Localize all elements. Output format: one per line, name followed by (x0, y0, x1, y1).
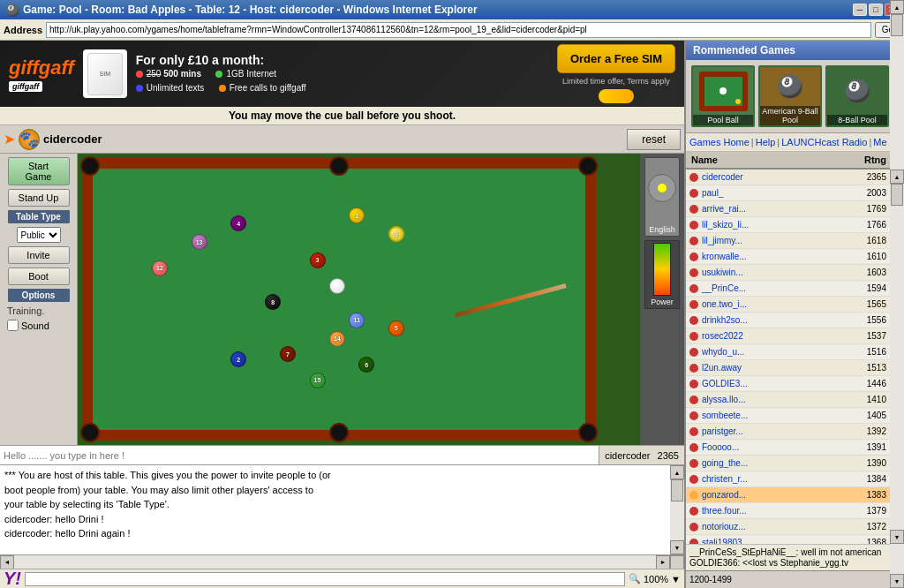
chat-area: cidercoder 2365 ▲ ▼ *** (0, 445, 684, 569)
lb-player-name[interactable]: alyssa.llo... (698, 395, 846, 404)
chat-rating: 2365 (658, 450, 679, 461)
table-row[interactable]: arrive_rai... 1769 (686, 201, 904, 217)
nav-me[interactable]: Me (873, 137, 886, 147)
boot-button[interactable]: Boot (8, 268, 70, 285)
lb-player-name[interactable]: drinkh2so... (698, 315, 846, 325)
table-row[interactable]: rosec2022 1537 (686, 328, 904, 344)
table-row[interactable]: one.two_i... 1565 (686, 297, 904, 313)
lb-scrollbar[interactable]: ▲ ▼ (890, 170, 904, 544)
table-row[interactable]: paul_ 2003 (686, 185, 904, 201)
reset-button[interactable]: reset (627, 129, 681, 150)
lb-scroll-down[interactable]: ▼ (890, 530, 904, 544)
table-row[interactable]: __PrinCe... 1594 (686, 281, 904, 297)
table-row[interactable]: sombeete... 1405 (686, 408, 904, 424)
chat-msg-scroll-thumb[interactable] (671, 479, 683, 501)
table-type-select[interactable]: Public Private Friends (17, 227, 61, 243)
pocket-bottom-right (578, 423, 598, 442)
table-row[interactable]: three.four... 1379 (686, 503, 904, 519)
lb-player-name[interactable]: GOLDIE3... (698, 379, 846, 388)
table-row[interactable]: lil_skizo_li... 1766 (686, 217, 904, 233)
power-bar-container[interactable]: Power (644, 240, 680, 309)
game-thumb-9ball[interactable]: 🎱 American 9-Ball Pool (758, 65, 822, 127)
table-row[interactable]: alyssa.llo... 1410 (686, 392, 904, 408)
table-row[interactable]: Fooooo... 1391 (686, 440, 904, 456)
start-game-button[interactable]: Start Game (8, 157, 70, 185)
chat-vertical-scrollbar[interactable]: ▲ ▼ (670, 465, 684, 554)
right-panel: Rommended Games Pool Ball 🎱 American 9-B… (684, 41, 904, 588)
table-row[interactable]: gonzarod... 1383 (686, 487, 904, 503)
ad-order-button[interactable]: Order a Free SIM (557, 44, 675, 73)
chat-scroll-down[interactable]: ▼ (890, 574, 904, 588)
lb-player-name[interactable]: cidercoder (698, 172, 846, 182)
nav-games-home[interactable]: Games Home (689, 137, 750, 147)
invite-button[interactable]: Invite (8, 246, 70, 264)
lb-dot (689, 507, 698, 516)
minimize-button[interactable]: ─ (853, 4, 867, 16)
scroll-left-btn[interactable]: ◄ (0, 555, 14, 569)
table-row[interactable]: l2un.away 1513 (686, 360, 904, 376)
lb-player-name[interactable]: one.two_i... (698, 299, 846, 309)
lb-player-name[interactable]: __PrinCe... (698, 283, 846, 293)
lb-scroll-up[interactable]: ▲ (890, 170, 904, 184)
ball-cue (329, 278, 345, 294)
nav-help[interactable]: Help (756, 137, 776, 147)
lb-player-name[interactable]: paul_ (698, 188, 846, 198)
lb-player-rating: 1537 (846, 331, 890, 341)
sound-checkbox[interactable] (7, 320, 19, 331)
lb-dot (689, 284, 698, 293)
player-box: ➤ 🐾 cidercoder (4, 129, 623, 150)
bottom-status-input[interactable] (25, 572, 625, 586)
table-row[interactable]: GOLDIE3... 1446 (686, 376, 904, 392)
zoom-dropdown-icon[interactable]: ▼ (671, 574, 681, 584)
lb-player-name[interactable]: usukiwin... (698, 268, 846, 277)
maximize-button[interactable]: □ (869, 4, 883, 16)
chat-scroll-up[interactable]: ▲ (890, 0, 904, 14)
table-row[interactable]: paristger... 1392 (686, 424, 904, 440)
lb-player-name[interactable]: stali19803 (698, 538, 846, 544)
table-row[interactable]: notoriouz... 1372 (686, 519, 904, 535)
table-row[interactable]: lil_jimmy... 1618 (686, 233, 904, 249)
lb-player-name[interactable]: whydo_u... (698, 347, 846, 357)
lb-player-name[interactable]: notoriouz... (698, 522, 846, 531)
game-thumb-pool[interactable]: Pool Ball (691, 65, 755, 127)
lb-player-name[interactable]: sombeete... (698, 411, 846, 420)
lb-scroll-thumb[interactable] (891, 184, 903, 206)
chat-msg-scroll-up[interactable]: ▲ (670, 465, 684, 479)
table-row[interactable]: kronwalle... 1610 (686, 249, 904, 265)
lb-player-name[interactable]: three.four... (698, 506, 846, 516)
lb-player-rating: 1405 (846, 411, 890, 420)
chat-msg-scroll-down[interactable]: ▼ (670, 540, 684, 554)
lb-player-rating: 1392 (846, 426, 890, 436)
table-row[interactable]: cidercoder 2365 (686, 170, 904, 185)
table-row[interactable]: whydo_u... 1516 (686, 344, 904, 360)
table-row[interactable]: going_the... 1390 (686, 456, 904, 471)
table-row[interactable]: stali19803 1368 (686, 535, 904, 544)
lb-player-name[interactable]: kronwalle... (698, 252, 846, 261)
lb-player-name[interactable]: lil_jimmy... (698, 236, 846, 245)
address-input[interactable] (46, 22, 871, 38)
lb-player-name[interactable]: l2un.away (698, 363, 846, 373)
lb-player-name[interactable]: arrive_rai... (698, 204, 846, 214)
lb-player-name[interactable]: lil_skizo_li... (698, 220, 846, 230)
lb-player-name[interactable]: rosec2022 (698, 331, 846, 341)
game-thumb-8ball[interactable]: 🎱 8-Ball Pool (825, 65, 889, 127)
player-arrow: ➤ (4, 131, 15, 147)
lb-player-name[interactable]: paristger... (698, 426, 846, 436)
scroll-right-btn[interactable]: ► (656, 555, 670, 569)
lb-player-name[interactable]: Fooooo... (698, 442, 846, 452)
nav-launchcast[interactable]: LAUNCHcast Radio (781, 137, 867, 147)
pool-table-container[interactable]: 1 9 3 12 8 11 5 14 7 2 6 15 4 13 (78, 154, 640, 445)
english-indicator[interactable]: English (644, 157, 680, 237)
chat-input[interactable] (0, 446, 599, 464)
thumb-8ball-icon: 🎱 (844, 67, 870, 115)
stand-up-button[interactable]: Stand Up (8, 189, 70, 207)
lb-player-name[interactable]: christen_r... (698, 474, 846, 484)
table-row[interactable]: drinkh2so... 1556 (686, 313, 904, 328)
table-row[interactable]: usukiwin... 1603 (686, 265, 904, 281)
chat-scroll-thumb[interactable] (891, 14, 903, 36)
lb-player-name[interactable]: going_the... (698, 458, 846, 468)
lb-dot (689, 237, 698, 245)
table-row[interactable]: christen_r... 1384 (686, 471, 904, 487)
lb-player-name[interactable]: gonzarod... (698, 490, 846, 500)
lb-dot (689, 523, 698, 531)
